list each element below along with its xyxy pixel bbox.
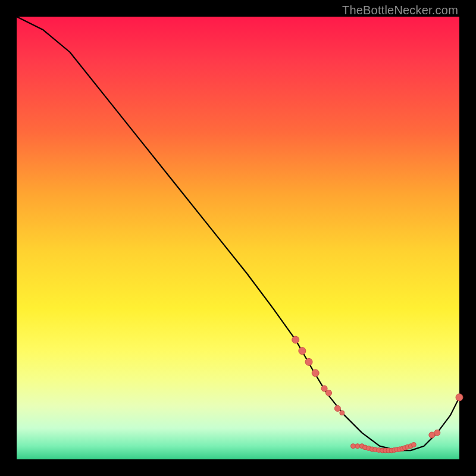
data-marker [355, 444, 360, 449]
chart-svg [17, 17, 459, 459]
data-marker [321, 386, 327, 392]
bottleneck-curve [17, 17, 459, 450]
data-marker [299, 347, 306, 355]
chart-stage: TheBottleNecker.com [0, 0, 476, 476]
data-markers [292, 336, 463, 453]
plot-area [17, 17, 459, 459]
data-marker [434, 430, 440, 436]
data-marker [305, 358, 312, 365]
data-marker [326, 390, 332, 396]
data-marker [350, 444, 355, 449]
data-marker [292, 336, 299, 343]
data-marker [456, 394, 463, 401]
data-marker [312, 369, 319, 377]
data-marker [411, 442, 416, 447]
data-marker [334, 405, 340, 411]
watermark-text: TheBottleNecker.com [342, 4, 458, 17]
data-marker [340, 411, 345, 415]
